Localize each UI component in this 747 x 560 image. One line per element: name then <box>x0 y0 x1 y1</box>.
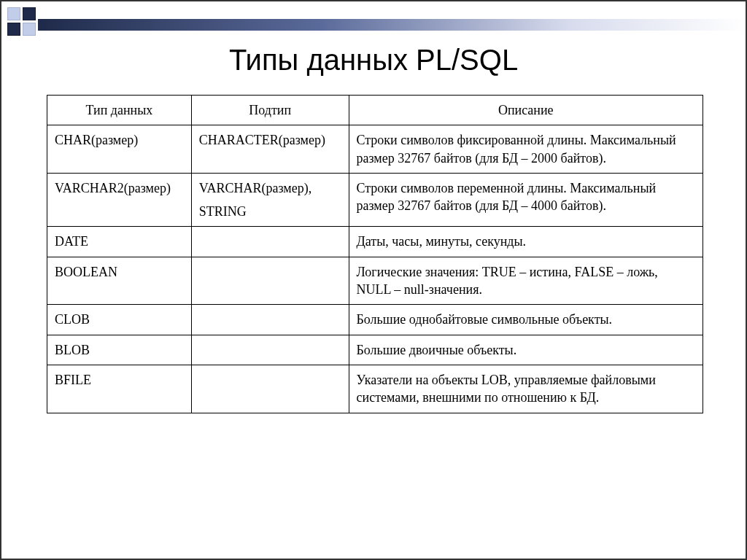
data-types-table-wrap: Тип данных Подтип Описание CHAR(размер)C… <box>47 95 703 413</box>
table-row: VARCHAR2(размер)VARCHAR(размер),STRINGСт… <box>47 173 703 227</box>
ornament-square <box>7 7 20 20</box>
cell-type: BFILE <box>47 365 192 413</box>
col-header-type: Тип данных <box>47 96 192 125</box>
cell-desc: Большие двоичные объекты. <box>349 335 703 365</box>
cell-type: CLOB <box>47 305 192 335</box>
cell-type: VARCHAR2(размер) <box>47 173 192 227</box>
cell-subtype <box>191 335 349 365</box>
ornament-square <box>23 23 36 36</box>
cell-subtype <box>191 305 349 335</box>
slide: Типы данных PL/SQL Тип данных Подтип Опи… <box>0 0 747 560</box>
table-row: BOOLEANЛогические значения: TRUE – истин… <box>47 257 703 305</box>
subtype-entry: CHARACTER(размер) <box>199 131 341 149</box>
cell-desc: Логические значения: TRUE – истина, FALS… <box>349 257 703 305</box>
cell-subtype <box>191 227 349 257</box>
ornament-square <box>23 7 36 20</box>
cell-desc: Даты, часы, минуты, секунды. <box>349 227 703 257</box>
table-row: BLOBБольшие двоичные объекты. <box>47 335 703 365</box>
cell-desc: Строки символов фиксированной длины. Мак… <box>349 125 703 174</box>
data-types-table: Тип данных Подтип Описание CHAR(размер)C… <box>47 95 703 413</box>
slide-title: Типы данных PL/SQL <box>1 44 746 77</box>
cell-subtype: CHARACTER(размер) <box>191 125 349 174</box>
cell-subtype: VARCHAR(размер),STRING <box>191 173 349 227</box>
cell-subtype <box>191 257 349 305</box>
table-row: DATEДаты, часы, минуты, секунды. <box>47 227 703 257</box>
ornament-square <box>7 23 20 36</box>
header-gradient-bar <box>38 19 746 31</box>
col-header-subtype: Подтип <box>191 96 349 125</box>
cell-subtype <box>191 365 349 413</box>
cell-type: CHAR(размер) <box>47 125 192 174</box>
table-row: CLOBБольшие однобайтовые символьные объе… <box>47 305 703 335</box>
table-row: CHAR(размер)CHARACTER(размер)Строки симв… <box>47 125 703 174</box>
table-header-row: Тип данных Подтип Описание <box>47 96 703 125</box>
corner-ornament <box>7 7 36 36</box>
cell-type: BOOLEAN <box>47 257 192 305</box>
subtype-entry: VARCHAR(размер), <box>199 179 341 197</box>
subtype-entry: STRING <box>199 203 341 220</box>
cell-desc: Строки символов переменной длины. Максим… <box>349 173 703 227</box>
col-header-desc: Описание <box>349 96 703 125</box>
cell-type: BLOB <box>47 335 192 365</box>
cell-type: DATE <box>47 227 192 257</box>
cell-desc: Указатели на объекты LOB, управляемые фа… <box>349 365 703 413</box>
cell-desc: Большие однобайтовые символьные объекты. <box>349 305 703 335</box>
table-row: BFILEУказатели на объекты LOB, управляем… <box>47 365 703 413</box>
